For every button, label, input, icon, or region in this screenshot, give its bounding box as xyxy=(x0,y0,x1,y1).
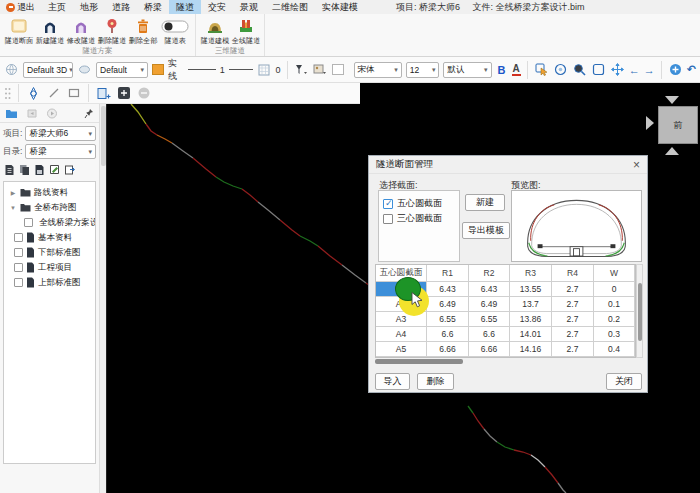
tab-landscape[interactable]: 景观 xyxy=(233,0,265,14)
tree-item-fullline-bridge-scheme[interactable]: 全线桥梁方案设 xyxy=(4,215,95,230)
table-cell[interactable]: 6.49 xyxy=(427,297,469,312)
table-header-cell[interactable]: R3 xyxy=(510,265,552,282)
table-row-header[interactable]: A4 xyxy=(376,327,427,342)
toolbar-grip[interactable] xyxy=(4,87,11,100)
scrollbar-thumb[interactable] xyxy=(101,106,106,166)
table-cell[interactable]: 0.3 xyxy=(594,327,635,342)
fullline-tunnel-button[interactable]: 全线隧道 xyxy=(230,15,261,46)
match-style-icon[interactable] xyxy=(294,62,309,77)
nav-arrow-down[interactable] xyxy=(665,147,679,155)
background-swatch[interactable] xyxy=(332,64,344,75)
table-row-header[interactable]: A5 xyxy=(376,342,427,357)
export-template-button[interactable]: 导出模板 xyxy=(462,222,510,239)
table-cell[interactable]: 6.6 xyxy=(427,327,469,342)
tree-item-route-data[interactable]: ▶ 路线资料 xyxy=(4,185,95,200)
text-color-button[interactable]: A xyxy=(512,64,521,76)
new-button[interactable]: 新建 xyxy=(465,194,505,211)
table-header-cell[interactable]: R2 xyxy=(469,265,510,282)
table-cell[interactable]: 2.7 xyxy=(552,297,594,312)
text-style-select[interactable]: 默认▾ xyxy=(443,62,491,78)
add-square-icon[interactable] xyxy=(116,86,131,101)
project-select[interactable]: 桥梁大师6▾ xyxy=(25,126,96,141)
tree-item-superstructure-standard[interactable]: 上部标准图 xyxy=(4,275,95,290)
table-cell[interactable]: 0.1 xyxy=(594,297,635,312)
table-header-cell[interactable]: R4 xyxy=(552,265,594,282)
tab-terrain[interactable]: 地形 xyxy=(73,0,105,14)
chevron-down-icon[interactable]: ▼ xyxy=(9,205,17,211)
pin-icon[interactable] xyxy=(84,108,94,119)
chevron-right-icon[interactable]: ▶ xyxy=(9,189,17,196)
table-cell[interactable]: 14.01 xyxy=(510,327,552,342)
back-tab[interactable] xyxy=(26,108,38,119)
add-icon[interactable] xyxy=(668,62,683,77)
option-three-center-circle[interactable]: 三心圆截面 xyxy=(383,211,455,226)
table-vertical-scrollbar[interactable] xyxy=(636,264,643,358)
line-type-sample[interactable] xyxy=(188,69,215,70)
nav-arrow-up[interactable] xyxy=(665,96,679,104)
nav-arrow-left[interactable] xyxy=(646,116,654,130)
checkbox-icon[interactable] xyxy=(383,214,393,224)
project-folder-tab[interactable] xyxy=(5,108,18,119)
table-cell[interactable]: 6.55 xyxy=(469,312,510,327)
table-cell[interactable]: 6.66 xyxy=(469,342,510,357)
table-header-cell[interactable]: W xyxy=(594,265,635,282)
tree-checkbox[interactable] xyxy=(24,218,33,227)
bold-button[interactable]: B xyxy=(496,64,508,76)
tunnel-table-toggle[interactable]: 隧道表 xyxy=(158,15,192,46)
tab-road[interactable]: 道路 xyxy=(105,0,137,14)
table-cell[interactable]: 13.7 xyxy=(510,297,552,312)
draw-line-icon[interactable] xyxy=(46,86,61,101)
export-doc-icon[interactable] xyxy=(64,164,75,176)
table-cell[interactable]: 13.86 xyxy=(510,312,552,327)
table-cell[interactable]: 6.49 xyxy=(469,297,510,312)
scrollbar-thumb[interactable] xyxy=(638,283,642,341)
table-horizontal-scrollbar[interactable] xyxy=(375,358,636,364)
tree-item-engineering-project[interactable]: 工程项目 xyxy=(4,260,95,275)
transparency-icon[interactable] xyxy=(257,62,272,77)
tree-checkbox[interactable] xyxy=(14,248,23,257)
dialog-close-button[interactable]: 关闭 xyxy=(606,373,642,390)
import-button[interactable]: 导入 xyxy=(375,373,410,390)
table-header-cell[interactable]: R1 xyxy=(427,265,469,282)
next-view-icon[interactable]: → xyxy=(644,64,655,76)
tab-home[interactable]: 主页 xyxy=(41,0,73,14)
new-doc-icon[interactable] xyxy=(4,164,15,176)
delete-button[interactable]: 删除 xyxy=(417,373,454,390)
tree-item-basic-data[interactable]: 基本资料 xyxy=(4,230,95,245)
layer-select[interactable]: Default▾ xyxy=(96,62,148,78)
tunnel-section-button[interactable]: 隧道断面 xyxy=(3,15,34,46)
new-tunnel-button[interactable]: 新建隧道 xyxy=(34,15,65,46)
table-cell[interactable]: 2.7 xyxy=(552,327,594,342)
zoom-extents-icon[interactable] xyxy=(591,62,606,77)
checkbox-checked-icon[interactable] xyxy=(383,199,393,209)
tree-item-substructure-standard[interactable]: 下部标准图 xyxy=(4,245,95,260)
table-cell[interactable]: 6.66 xyxy=(427,342,469,357)
tree-item-bridge-span-layout[interactable]: ▼ 全桥布跨图 xyxy=(4,200,95,215)
table-cell[interactable]: 0.4 xyxy=(594,342,635,357)
tree-checkbox[interactable] xyxy=(14,278,23,287)
table-cell[interactable]: 6.43 xyxy=(469,282,510,297)
tab-2d-drawing[interactable]: 二维绘图 xyxy=(265,0,315,14)
table-cell[interactable]: 6.6 xyxy=(469,327,510,342)
modify-tunnel-button[interactable]: 修改隧道 xyxy=(65,15,96,46)
table-cell[interactable]: 6.55 xyxy=(427,312,469,327)
table-cell[interactable]: 14.16 xyxy=(510,342,552,357)
delete-tunnel-button[interactable]: 删除隧道 xyxy=(96,15,127,46)
table-cell[interactable]: 2.7 xyxy=(552,282,594,297)
forward-tab[interactable] xyxy=(46,108,58,119)
table-cell[interactable]: 2.7 xyxy=(552,312,594,327)
paste-add-icon[interactable] xyxy=(96,86,111,101)
zoom-icon[interactable] xyxy=(572,62,587,77)
tunnel-modeling-button[interactable]: 隧道建模 xyxy=(199,15,230,46)
pan-icon[interactable] xyxy=(610,62,625,77)
copy-doc-icon[interactable] xyxy=(19,164,30,176)
delete-all-button[interactable]: 删除全部 xyxy=(127,15,158,46)
tab-traffic-safety[interactable]: 交安 xyxy=(201,0,233,14)
option-five-center-circle[interactable]: 五心圆截面 xyxy=(383,196,455,211)
edit-doc-icon[interactable] xyxy=(49,164,60,176)
line-weight-slider[interactable] xyxy=(229,69,253,70)
table-cell[interactable]: 6.43 xyxy=(427,282,469,297)
draw-rectangle-icon[interactable] xyxy=(66,86,81,101)
tab-solid-modeling[interactable]: 实体建模 xyxy=(315,0,365,14)
undo-icon[interactable]: ↶ xyxy=(687,63,696,76)
